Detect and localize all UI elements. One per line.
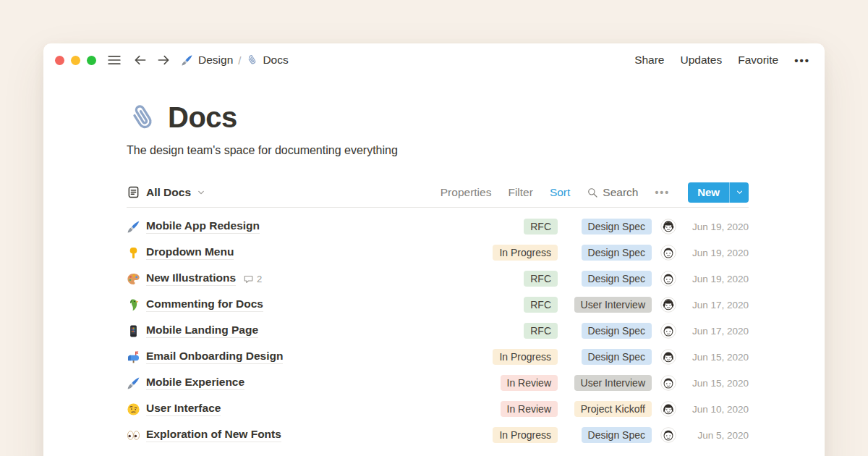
view-selector[interactable]: All Docs xyxy=(127,185,205,199)
favorite-button[interactable]: Favorite xyxy=(738,54,778,67)
doc-title-link[interactable]: Exploration of New Fonts xyxy=(146,428,281,442)
new-button[interactable]: New xyxy=(688,182,729,203)
more-options-icon[interactable]: ••• xyxy=(794,54,810,67)
table-row[interactable]: Mobile App Redesign RFC Design Spec Jun … xyxy=(127,214,749,240)
maximize-window-button[interactable] xyxy=(87,56,96,65)
filter-button[interactable]: Filter xyxy=(508,186,532,199)
new-button-group: New xyxy=(688,182,749,203)
doc-title-link[interactable]: Commenting for Docs xyxy=(146,297,263,312)
eyes-icon xyxy=(127,428,140,442)
view-toolbar: All Docs Properties Filter Sort Search •… xyxy=(127,177,749,208)
status-tag: RFC xyxy=(524,271,558,287)
toolbar-actions: Properties Filter Sort Search ••• New xyxy=(441,182,749,203)
paperclip-icon xyxy=(246,54,258,66)
breadcrumb-label: Docs xyxy=(263,54,288,67)
history-nav xyxy=(133,53,171,67)
doc-date: Jun 17, 2020 xyxy=(692,326,749,337)
traffic-lights xyxy=(55,56,96,65)
paintbrush-icon xyxy=(127,220,140,234)
window-topbar: Design / Docs Share Updates Favorite ••• xyxy=(43,43,825,77)
arrow-right-icon xyxy=(156,53,171,67)
type-tag: Design Spec xyxy=(582,271,652,287)
comment-icon xyxy=(243,274,254,284)
breadcrumb-separator: / xyxy=(238,54,241,67)
doc-date: Jun 19, 2020 xyxy=(692,274,749,284)
arrow-left-icon xyxy=(133,53,148,67)
app-window: Design / Docs Share Updates Favorite •••… xyxy=(43,43,825,456)
doc-date: Jun 19, 2020 xyxy=(692,248,749,258)
avatar xyxy=(660,349,676,365)
status-tag: In Progress xyxy=(493,245,558,261)
doc-date: Jun 17, 2020 xyxy=(692,300,749,311)
type-tag: Design Spec xyxy=(582,427,652,443)
point-down-icon xyxy=(127,246,140,260)
doc-title-link[interactable]: Email Onboarding Design xyxy=(146,350,283,364)
properties-button[interactable]: Properties xyxy=(441,186,492,199)
table-row[interactable]: Commenting for Docs RFC User Interview J… xyxy=(127,292,749,318)
doc-date: Jun 19, 2020 xyxy=(692,221,749,232)
breadcrumb-item-design[interactable]: Design xyxy=(181,54,233,67)
table-row[interactable]: Dropdown Menu In Progress Design Spec Ju… xyxy=(127,240,749,266)
share-button[interactable]: Share xyxy=(634,54,664,67)
status-tag: In Progress xyxy=(493,427,558,443)
back-button[interactable] xyxy=(133,53,148,67)
breadcrumb: Design / Docs xyxy=(181,54,289,67)
minimize-window-button[interactable] xyxy=(71,56,80,65)
paintbrush-icon xyxy=(127,376,140,390)
avatar xyxy=(660,297,676,313)
close-window-button[interactable] xyxy=(55,56,64,65)
page-title[interactable]: Docs xyxy=(168,101,237,134)
type-tag: User Interview xyxy=(574,297,652,313)
forward-button[interactable] xyxy=(156,53,171,67)
comment-count-badge: 2 xyxy=(243,274,262,284)
palette-icon xyxy=(127,272,140,286)
table-row[interactable]: Exploration of New Fonts In Progress Des… xyxy=(127,422,749,448)
hamburger-menu-icon xyxy=(106,52,122,68)
type-tag: Design Spec xyxy=(582,349,652,365)
doc-title-link[interactable]: New Illustrations xyxy=(146,271,236,286)
mobile-phone-icon xyxy=(127,324,140,338)
avatar xyxy=(660,427,676,443)
search-label: Search xyxy=(603,186,638,199)
doc-date: Jun 15, 2020 xyxy=(692,378,749,389)
search-icon xyxy=(587,187,598,198)
type-tag: Design Spec xyxy=(582,219,652,235)
doc-date: Jun 15, 2020 xyxy=(692,352,749,363)
doc-list-icon xyxy=(127,185,140,199)
page-subtitle[interactable]: The design team's space for documenting … xyxy=(127,144,749,157)
doc-date: Jun 10, 2020 xyxy=(692,404,749,415)
status-tag: RFC xyxy=(524,323,558,339)
doc-title-link[interactable]: Mobile Landing Page xyxy=(146,324,258,338)
table-row[interactable]: User Interface In Review Project Kickoff… xyxy=(127,396,749,422)
table-row[interactable]: Mobile Experience In Review User Intervi… xyxy=(127,370,749,396)
type-tag: Project Kickoff xyxy=(574,401,652,417)
chevron-down-icon xyxy=(736,188,744,196)
table-row[interactable]: Email Onboarding Design In Progress Desi… xyxy=(127,344,749,370)
page-paperclip-icon[interactable] xyxy=(127,103,157,133)
table-row[interactable]: New Illustrations 2 RFC Design Spec Jun … xyxy=(127,266,749,292)
status-tag: In Review xyxy=(501,375,558,391)
mailbox-icon xyxy=(127,350,140,364)
search-button[interactable]: Search xyxy=(587,186,638,199)
docs-table: Mobile App Redesign RFC Design Spec Jun … xyxy=(127,214,749,448)
avatar xyxy=(660,375,676,391)
breadcrumb-item-docs[interactable]: Docs xyxy=(246,54,288,67)
doc-title-link[interactable]: User Interface xyxy=(146,402,221,416)
raised-eyebrow-face-icon xyxy=(127,402,140,416)
page-content: Docs The design team's space for documen… xyxy=(43,101,825,448)
doc-title-link[interactable]: Mobile Experience xyxy=(146,376,244,390)
doc-title-link[interactable]: Dropdown Menu xyxy=(146,245,234,260)
doc-date: Jun 5, 2020 xyxy=(697,430,749,441)
status-tag: RFC xyxy=(524,297,558,313)
status-tag: RFC xyxy=(524,219,558,235)
table-row[interactable]: Mobile Landing Page RFC Design Spec Jun … xyxy=(127,318,749,344)
avatar xyxy=(660,219,676,235)
sort-button[interactable]: Sort xyxy=(550,186,570,199)
paintbrush-icon xyxy=(181,54,193,67)
new-dropdown-button[interactable] xyxy=(729,182,749,203)
doc-title-link[interactable]: Mobile App Redesign xyxy=(146,219,260,234)
sidebar-menu-button[interactable] xyxy=(106,52,122,68)
toolbar-more-icon[interactable]: ••• xyxy=(655,187,670,198)
avatar xyxy=(660,271,676,287)
updates-button[interactable]: Updates xyxy=(681,54,723,67)
